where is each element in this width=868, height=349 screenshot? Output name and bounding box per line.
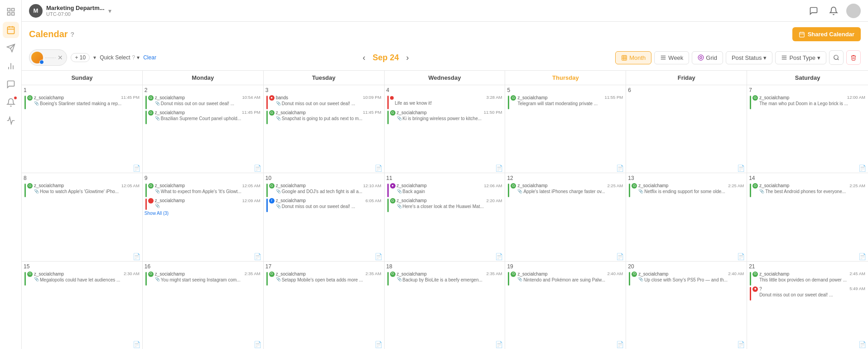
event-item[interactable]: ● z_socialchamp12:06 AM 📎 Back again bbox=[386, 182, 503, 197]
event-item[interactable]: G z_socialchamp2:25 AM 📎 Apple's latest … bbox=[507, 182, 624, 197]
cell-add-icon[interactable]: 📄 bbox=[254, 341, 261, 348]
filter-close-btn[interactable]: ✕ bbox=[58, 54, 63, 61]
event-item[interactable]: ● bands10:09 PM 📎 Donut miss out on our … bbox=[265, 94, 382, 109]
cell-add-icon[interactable]: 📄 bbox=[495, 341, 503, 348]
cell-add-icon[interactable]: 📄 bbox=[495, 165, 503, 172]
next-btn[interactable]: › bbox=[405, 51, 411, 64]
org-selector[interactable]: M Marketing Departm... UTC-07:00 ▾ bbox=[29, 4, 111, 18]
event-item[interactable]: G z_socialchamp2:20 AM 📎 Here's a closer… bbox=[386, 197, 503, 212]
plus-more-btn[interactable]: + 10 bbox=[71, 53, 90, 62]
event-item[interactable]: 3:28 AM Life as we know it! bbox=[386, 94, 503, 109]
profile-filter[interactable]: ········ ✕ bbox=[29, 49, 67, 66]
event-item[interactable]: z_socialchamp12:09 AM 📎 bbox=[145, 197, 261, 209]
post-status-btn[interactable]: Post Status ▾ bbox=[726, 51, 772, 64]
event-item[interactable]: G z_socialchamp12:05 AM 📎 What to expect… bbox=[145, 182, 261, 197]
event-item[interactable]: G z_socialchamp2:35 AM 📎 You might start… bbox=[145, 271, 261, 285]
cell-add-icon[interactable]: 📄 bbox=[858, 165, 866, 172]
cell-add-icon[interactable]: 📄 bbox=[616, 341, 624, 348]
prev-btn[interactable]: ‹ bbox=[361, 51, 367, 64]
quick-select-label: Quick Select bbox=[100, 54, 130, 61]
shared-calendar-btn[interactable]: Shared Calendar bbox=[792, 27, 861, 41]
cell-add-icon[interactable]: 📄 bbox=[858, 253, 866, 260]
platform-icon: G bbox=[148, 183, 154, 189]
cell-add-icon[interactable]: 📄 bbox=[133, 165, 140, 172]
event-item[interactable]: G z_socialchamp2:35 AM 📎 Backup by BioLi… bbox=[386, 271, 503, 285]
cell-add-icon[interactable]: 📄 bbox=[495, 253, 503, 260]
cell-add-icon[interactable]: 📄 bbox=[254, 253, 261, 260]
event-item[interactable]: G z_socialchamp12:05 AM 📎 How to watch A… bbox=[24, 182, 140, 197]
search-btn[interactable] bbox=[829, 50, 844, 65]
platform-icon: f bbox=[269, 198, 275, 204]
view-month-btn[interactable]: Month bbox=[615, 51, 651, 64]
sidebar-item-publish[interactable] bbox=[3, 40, 19, 56]
day-cell-20: 20 G z_socialchamp2:40 AM 📎 Up close wit… bbox=[626, 262, 747, 349]
day-number-12: 12 bbox=[507, 175, 624, 181]
event-item[interactable]: G z_socialchamp11:45 PM 📎 Boeing's Starl… bbox=[24, 94, 140, 109]
clear-btn[interactable]: Clear bbox=[143, 54, 156, 61]
user-avatar[interactable] bbox=[846, 4, 861, 18]
view-week-btn[interactable]: Week bbox=[654, 51, 689, 64]
platform-icon: G bbox=[269, 183, 275, 189]
event-bar bbox=[387, 184, 389, 197]
event-item[interactable]: G z_socialchamp2:40 AM 📎 Up close with S… bbox=[628, 271, 745, 285]
event-item[interactable]: f z_socialchamp6:05 AM 📎 Donut miss out … bbox=[265, 197, 382, 212]
day-cell-9: 9 G z_socialchamp12:05 AM 📎 What to expe… bbox=[143, 173, 264, 261]
notifications-icon-btn[interactable] bbox=[826, 4, 841, 18]
cell-add-icon[interactable]: 📄 bbox=[133, 253, 140, 260]
view-grid-btn[interactable]: Grid bbox=[692, 51, 723, 64]
delete-btn[interactable] bbox=[846, 50, 861, 65]
event-content: bands10:09 PM 📎 Donut miss out on our sw… bbox=[276, 95, 381, 107]
event-item[interactable]: G z_socialchamp11:50 PM 📎 Ki is bringing… bbox=[386, 109, 503, 124]
cell-add-icon[interactable]: 📄 bbox=[737, 253, 745, 260]
cell-add-icon[interactable]: 📄 bbox=[375, 341, 382, 348]
event-item[interactable]: G z_socialchamp2:45 AM This little box p… bbox=[749, 271, 866, 285]
show-all-btn[interactable]: Show All (3) bbox=[145, 211, 261, 216]
day-number-20: 20 bbox=[628, 263, 745, 270]
event-item[interactable]: G z_socialchamp12:00 AM The man who put … bbox=[749, 94, 866, 109]
event-item[interactable]: G z_socialchamp11:45 PM 📎 Snapchat is go… bbox=[265, 109, 382, 124]
event-bar bbox=[629, 272, 630, 286]
messages-icon-btn[interactable] bbox=[806, 4, 821, 18]
sidebar-item-analytics[interactable] bbox=[3, 58, 19, 74]
help-icon[interactable]: ? bbox=[71, 31, 75, 38]
event-item[interactable]: ● ?5:49 AM Donut miss out on our sweet d… bbox=[749, 286, 866, 300]
event-item[interactable]: G z_socialchamp11:45 PM 📎 Brazilian Supr… bbox=[145, 109, 261, 124]
day-number-6: 6 bbox=[628, 87, 745, 93]
event-content: 3:28 AM Life as we know it! bbox=[395, 95, 502, 106]
event-content: z_socialchamp2:40 AM 📎 Nintendo and Poké… bbox=[517, 271, 623, 283]
event-bar bbox=[266, 184, 268, 197]
cell-add-icon[interactable]: 📄 bbox=[616, 253, 624, 260]
event-content: z_socialchamp2:35 AM 📎 Setapp Mobile's o… bbox=[276, 271, 381, 283]
sidebar-item-dashboard[interactable] bbox=[3, 4, 19, 20]
sidebar-item-waves[interactable] bbox=[3, 112, 19, 129]
svg-rect-13 bbox=[799, 32, 804, 37]
cell-add-icon[interactable]: 📄 bbox=[133, 341, 140, 348]
sidebar-item-social[interactable] bbox=[3, 76, 19, 92]
cell-add-icon[interactable]: 📄 bbox=[737, 165, 745, 172]
platform-icon: G bbox=[269, 110, 275, 116]
cell-add-icon[interactable]: 📄 bbox=[254, 165, 261, 172]
cell-add-icon[interactable]: 📄 bbox=[375, 253, 382, 260]
filter-expand-btn[interactable]: ▾ bbox=[93, 54, 96, 61]
event-item[interactable]: G z_socialchamp10:54 AM 📎 Donut miss out… bbox=[145, 94, 261, 109]
event-item[interactable]: G z_socialchamp11:55 PM Telegram will st… bbox=[507, 94, 624, 109]
cell-add-icon[interactable]: 📄 bbox=[858, 341, 866, 348]
post-type-btn[interactable]: Post Type ▾ bbox=[775, 51, 826, 64]
event-item[interactable]: G z_socialchamp2:25 AM 📎 Netflix is endi… bbox=[628, 182, 745, 197]
cell-add-icon[interactable]: 📄 bbox=[737, 341, 745, 348]
top-header: M Marketing Departm... UTC-07:00 ▾ bbox=[22, 0, 868, 22]
cell-add-icon[interactable]: 📄 bbox=[375, 165, 382, 172]
svg-point-30 bbox=[834, 55, 838, 59]
event-item[interactable]: G z_socialchamp2:35 AM 📎 Setapp Mobile's… bbox=[265, 271, 382, 285]
day-number-15: 15 bbox=[24, 263, 140, 270]
event-item[interactable]: G z_socialchamp2:25 AM 📎 The best Androi… bbox=[749, 182, 866, 197]
sidebar-item-notifications[interactable] bbox=[3, 94, 19, 111]
event-content: z_socialchamp2:30 AM 📎 Megalopolis could… bbox=[34, 271, 140, 283]
event-item[interactable]: G z_socialchamp2:40 AM 📎 Nintendo and Po… bbox=[507, 271, 624, 285]
event-item[interactable]: G z_socialchamp12:10 AM 📎 Google and DOJ… bbox=[265, 182, 382, 197]
calendar-row-2: 8 G z_socialchamp12:05 AM 📎 How to watch… bbox=[22, 173, 868, 261]
cell-add-icon[interactable]: 📄 bbox=[616, 165, 624, 172]
event-item[interactable]: G z_socialchamp2:30 AM 📎 Megalopolis cou… bbox=[24, 271, 140, 285]
sidebar-item-calendar[interactable] bbox=[3, 22, 19, 38]
quick-select-dropdown-icon[interactable]: ▾ bbox=[137, 54, 140, 61]
